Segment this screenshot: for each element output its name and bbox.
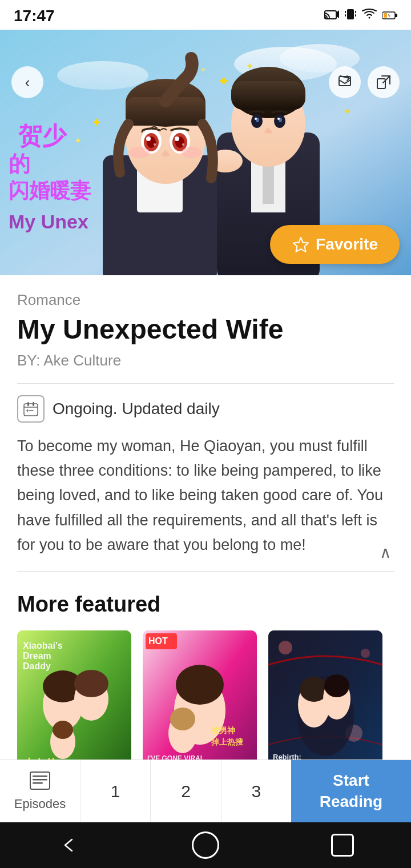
episode-2-button[interactable]: 2 xyxy=(150,760,220,822)
svg-point-77 xyxy=(170,708,195,730)
vibrate-icon xyxy=(345,7,356,25)
svg-text:被男神: 被男神 xyxy=(211,726,235,735)
system-back-button[interactable] xyxy=(46,822,91,868)
favorite-button[interactable]: Favorite xyxy=(270,225,400,264)
svg-text:Dream: Dream xyxy=(23,651,51,661)
svg-point-30 xyxy=(277,118,280,120)
svg-rect-11 xyxy=(377,79,385,89)
svg-rect-96 xyxy=(33,779,47,781)
home-circle-icon xyxy=(192,831,219,859)
featured-section-title: More featured xyxy=(17,592,394,617)
description-container: To become my woman, He Qiaoyan, you must… xyxy=(17,434,394,562)
svg-point-63 xyxy=(74,670,108,697)
svg-text:✦: ✦ xyxy=(342,105,352,118)
status-icons xyxy=(324,7,397,25)
episode-1-button[interactable]: 1 xyxy=(80,760,150,822)
svg-rect-4 xyxy=(345,14,346,17)
status-time: 17:47 xyxy=(14,7,55,25)
svg-point-47 xyxy=(129,147,150,158)
external-link-button[interactable] xyxy=(368,66,400,98)
bottom-nav: Episodes 1 2 3 Start Reading xyxy=(0,760,411,822)
calendar-icon xyxy=(17,395,45,423)
svg-rect-56 xyxy=(24,404,38,416)
svg-point-84 xyxy=(361,649,370,658)
svg-rect-95 xyxy=(33,775,47,777)
svg-rect-6 xyxy=(355,14,356,17)
status-bar: 17:47 xyxy=(0,0,411,30)
manga-author: BY: Ake Culture xyxy=(17,352,394,369)
svg-point-83 xyxy=(279,641,292,654)
manga-description: To become my woman, He Qiaoyan, you must… xyxy=(17,434,394,557)
svg-point-90 xyxy=(324,674,349,697)
share-button[interactable] xyxy=(329,66,361,98)
header-right-buttons xyxy=(329,66,400,98)
back-triangle-icon xyxy=(59,836,78,854)
svg-text:✦: ✦ xyxy=(91,115,102,130)
hero-section: ‹ xyxy=(0,30,411,275)
svg-text:HOT: HOT xyxy=(148,636,168,646)
divider-2 xyxy=(17,571,394,572)
svg-point-44 xyxy=(175,136,179,141)
svg-point-45 xyxy=(154,143,156,146)
svg-rect-94 xyxy=(30,772,50,789)
episodes-icon xyxy=(30,771,50,794)
svg-point-1 xyxy=(325,17,327,19)
svg-rect-3 xyxy=(345,11,346,13)
battery-icon xyxy=(382,9,397,23)
svg-point-43 xyxy=(146,136,151,141)
collapse-icon[interactable]: ∧ xyxy=(377,543,394,562)
svg-point-46 xyxy=(182,143,184,146)
favorite-label: Favorite xyxy=(316,235,378,254)
system-nav xyxy=(0,822,411,868)
manga-title: My Unexpected Wife xyxy=(17,314,394,345)
episode-3-button[interactable]: 3 xyxy=(221,760,291,822)
divider-1 xyxy=(17,383,394,384)
start-reading-label: Start Reading xyxy=(300,770,402,812)
svg-text:的: 的 xyxy=(9,152,30,176)
svg-point-75 xyxy=(176,665,224,705)
svg-text:✦: ✦ xyxy=(74,136,82,146)
cast-icon xyxy=(324,8,339,24)
svg-point-65 xyxy=(53,721,73,739)
status-row: Ongoing. Updated daily xyxy=(17,395,394,423)
episodes-label: Episodes xyxy=(14,797,66,811)
svg-point-29 xyxy=(255,118,257,120)
svg-rect-5 xyxy=(355,11,356,13)
svg-point-48 xyxy=(182,147,202,158)
back-button[interactable]: ‹ xyxy=(11,66,43,98)
header-bar: ‹ xyxy=(0,59,411,105)
svg-rect-97 xyxy=(33,782,43,784)
system-home-button[interactable] xyxy=(183,822,228,868)
genre-label: Romance xyxy=(17,291,394,309)
status-text: Ongoing. Updated daily xyxy=(53,400,220,418)
recent-square-icon xyxy=(331,834,354,857)
svg-text:Daddy: Daddy xyxy=(23,661,51,671)
svg-rect-58 xyxy=(33,402,34,406)
svg-rect-9 xyxy=(384,13,387,18)
system-recent-button[interactable] xyxy=(320,822,365,868)
star-icon xyxy=(292,235,310,254)
svg-rect-8 xyxy=(395,14,397,17)
svg-text:My Unex: My Unex xyxy=(9,211,88,232)
svg-rect-57 xyxy=(27,402,29,406)
wifi-icon xyxy=(362,9,377,23)
start-reading-button[interactable]: Start Reading xyxy=(291,760,411,822)
svg-text:掉上热搜: 掉上热搜 xyxy=(211,737,244,746)
svg-text:贺少: 贺少 xyxy=(18,122,67,149)
svg-rect-2 xyxy=(347,9,354,19)
svg-text:Xiaobai's: Xiaobai's xyxy=(23,641,63,650)
episodes-button[interactable]: Episodes xyxy=(0,760,80,822)
svg-text:闪婚暖妻: 闪婚暖妻 xyxy=(9,179,91,202)
